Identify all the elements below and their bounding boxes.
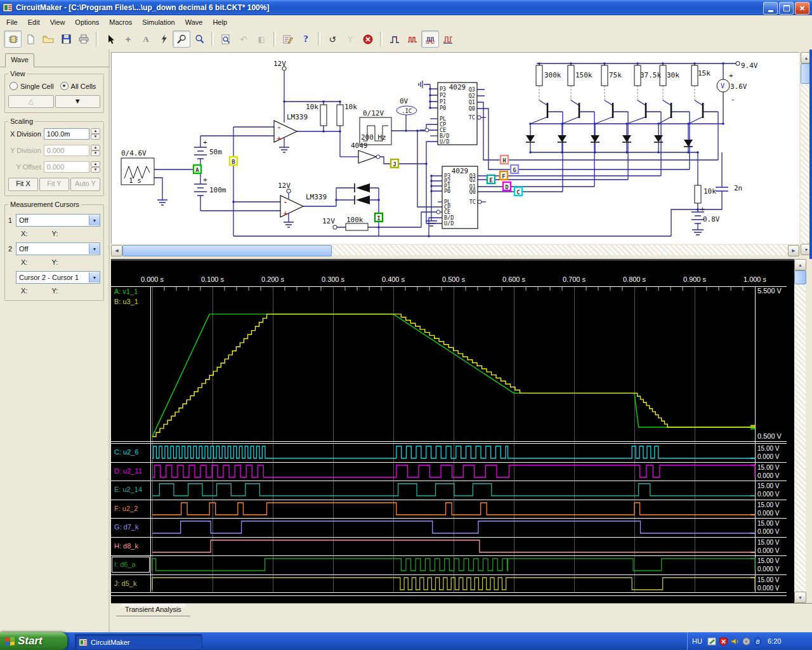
menu-item-wave[interactable]: Wave	[180, 17, 208, 28]
start-button[interactable]: Start	[0, 632, 67, 650]
schematic-label: 10k	[704, 187, 716, 196]
menu-item-macros[interactable]: Macros	[104, 17, 137, 28]
preview-button[interactable]	[217, 30, 235, 48]
chevron-down-icon[interactable]: ▼	[89, 215, 100, 225]
menu-item-file[interactable]: File	[1, 17, 23, 28]
security-alert-icon[interactable]	[718, 636, 728, 646]
menu-item-edit[interactable]: Edit	[23, 17, 45, 28]
cursor2-select[interactable]: Off ▼	[16, 242, 100, 255]
print-button[interactable]	[75, 30, 93, 48]
menu-item-options[interactable]: Options	[70, 17, 104, 28]
x-division-spinner[interactable]: ▲▼	[91, 128, 100, 140]
toolbar-separator	[211, 32, 214, 46]
radio-single-cell[interactable]	[10, 82, 18, 90]
reset-icon: ↺	[329, 34, 336, 44]
probe-tool-button[interactable]	[173, 30, 190, 48]
text-tool-button[interactable]: A	[137, 30, 155, 48]
schematic-canvas[interactable]: -+-+4029P3P2P1P0PLCPCEB/DU/DQ3Q2Q1Q0TC40…	[111, 52, 799, 244]
radio-all-cells[interactable]	[60, 82, 69, 90]
trace-label[interactable]: I: d6_a	[114, 560, 136, 568]
mixed-display-mode-button[interactable]	[439, 30, 457, 48]
reset-simulation-button[interactable]: ↺	[324, 30, 341, 48]
scroll-right-icon[interactable]: ▶	[788, 245, 799, 256]
analog-display-mode-button[interactable]	[403, 30, 421, 48]
help-button[interactable]: ?	[297, 30, 315, 48]
simulation-setup-button[interactable]	[279, 30, 297, 48]
scope-display-mode-button[interactable]	[421, 30, 439, 48]
y-division-field[interactable]: 0.000	[44, 145, 89, 156]
parts-browser-button[interactable]	[4, 30, 22, 48]
zoom-icon	[195, 34, 204, 44]
y-offset-spinner[interactable]: ▲▼	[91, 161, 100, 173]
trace-label[interactable]: J: d5_k	[114, 580, 137, 587]
minimize-button[interactable]	[763, 2, 778, 15]
x-division-field[interactable]: 100.0m	[44, 128, 89, 140]
chevron-down-icon[interactable]: ▼	[89, 272, 100, 282]
taskbar-task-circuitmaker[interactable]: CircuitMaker	[75, 634, 202, 650]
trace-label[interactable]: E: u2_14	[114, 486, 142, 493]
zoom-tool-button[interactable]	[190, 30, 208, 48]
trace-label[interactable]: G: d7_k	[114, 523, 139, 531]
select-tool-button[interactable]	[102, 30, 119, 48]
svg-text:A: A	[195, 167, 199, 173]
checklist-icon	[283, 34, 293, 44]
trace-label[interactable]: D: u2_11	[114, 467, 142, 475]
schematic-label: 200 Hz	[361, 133, 386, 142]
menu-item-help[interactable]: Help	[207, 17, 232, 28]
fit-y-button[interactable]: Fit Y	[39, 178, 69, 191]
toolbar-separator	[318, 32, 320, 46]
trace-label[interactable]: F: u2_2	[114, 505, 138, 512]
cell-up-button[interactable]: △	[8, 95, 54, 108]
scroll-up-icon[interactable]: ▲	[794, 259, 806, 270]
tab-transient-analysis[interactable]: Transient Analysis	[116, 604, 190, 616]
schematic-label: 0/4.6V	[121, 149, 147, 157]
language-indicator[interactable]: HU	[688, 637, 707, 645]
chevron-down-icon[interactable]: ▼	[89, 244, 100, 254]
y-division-spinner[interactable]: ▲▼	[91, 145, 100, 156]
app-tray-icon[interactable]	[707, 636, 717, 646]
menu-item-simulation[interactable]: Simulation	[137, 17, 180, 28]
cursor-diff-select[interactable]: Cursor 2 - Cursor 1 ▼	[16, 271, 100, 284]
step-simulation-button[interactable]: Y	[341, 30, 359, 48]
menu-item-view[interactable]: View	[45, 17, 70, 28]
task-label: CircuitMaker	[91, 639, 130, 646]
open-file-button[interactable]	[39, 30, 57, 48]
wire-tool-button[interactable]: +	[119, 30, 137, 48]
auto-y-button[interactable]: Auto Y	[70, 178, 100, 191]
new-file-button[interactable]	[22, 30, 39, 48]
trace-label[interactable]: C: u2_6	[114, 448, 139, 456]
device-icon[interactable]	[741, 636, 751, 646]
scroll-down-icon[interactable]: ▼	[794, 592, 806, 603]
schematic-h-scrollbar[interactable]: ◀ ▶	[111, 245, 799, 255]
scroll-left-icon[interactable]: ◀	[111, 245, 122, 256]
schematic-label: 1 s	[129, 176, 141, 185]
trace-label[interactable]: H: d8_k	[114, 542, 138, 550]
trace-label[interactable]: B: u3_1	[114, 298, 138, 305]
delete-tool-button[interactable]	[155, 30, 173, 48]
bluetooth-icon[interactable]: B	[752, 636, 763, 646]
cursor1-select[interactable]: Off ▼	[16, 214, 100, 227]
analog-max-value: 5.500 V	[757, 287, 782, 295]
svg-text:4029: 4029	[449, 83, 466, 91]
tab-wave[interactable]: Wave	[5, 53, 34, 67]
taskbar-clock[interactable]: 6:20	[768, 637, 781, 645]
svg-text:U/D: U/D	[444, 220, 454, 227]
restore-button[interactable]	[779, 2, 794, 15]
mirror-button[interactable]: ◧	[252, 30, 270, 48]
volume-icon[interactable]	[730, 636, 740, 646]
schematic-label: 50m	[209, 148, 222, 156]
schematic-h-scroll-thumb[interactable]	[122, 245, 332, 256]
rotate-button[interactable]: ↶	[235, 30, 252, 48]
fit-x-button[interactable]: Fit X	[8, 178, 38, 191]
stop-simulation-button[interactable]	[359, 30, 377, 48]
y-offset-field[interactable]: 0.000	[44, 161, 89, 173]
close-button[interactable]: ✕	[795, 2, 809, 15]
digital-display-mode-button[interactable]	[386, 30, 403, 48]
waveform-v-scroll-thumb[interactable]	[794, 270, 806, 284]
trace-label[interactable]: A: v1_1	[114, 288, 138, 295]
waveform-v-scrollbar[interactable]: ▲ ▼	[794, 259, 806, 603]
waveform-plot[interactable]: 0.000 s0.100 s0.200 s0.300 s0.400 s0.500…	[111, 259, 794, 603]
cell-down-button[interactable]: ▼	[55, 95, 101, 108]
save-file-button[interactable]	[57, 30, 75, 48]
cursor1-x-label: X:	[21, 230, 27, 237]
